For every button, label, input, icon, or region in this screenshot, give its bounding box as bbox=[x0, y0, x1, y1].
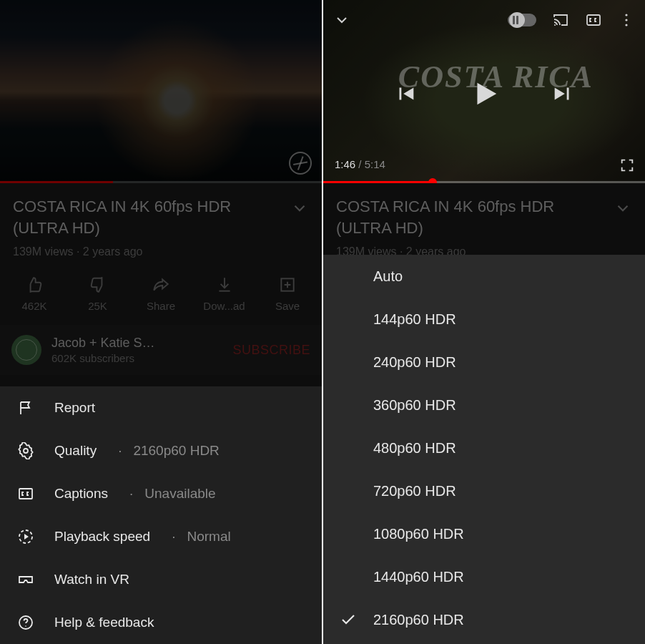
svg-point-11 bbox=[625, 24, 627, 26]
action-bar: 462K 25K Share Dow...ad Save bbox=[0, 265, 322, 325]
quality-option-label: 480p60 HDR bbox=[373, 440, 456, 457]
channel-row[interactable]: Jacob + Katie S… 602K subscribers SUBSCR… bbox=[0, 325, 322, 375]
thumbs-down-icon bbox=[89, 275, 107, 294]
captions-icon bbox=[17, 485, 34, 502]
player-top-bar bbox=[323, 0, 645, 40]
video-player-left[interactable] bbox=[0, 0, 322, 183]
svg-point-10 bbox=[625, 19, 627, 21]
svg-marker-12 bbox=[477, 83, 496, 105]
menu-label: Quality bbox=[54, 443, 97, 459]
channel-avatar[interactable] bbox=[11, 335, 41, 365]
expand-description-icon[interactable] bbox=[290, 199, 309, 218]
svg-marker-4 bbox=[24, 534, 29, 540]
player-center-controls bbox=[323, 77, 645, 110]
quality-option[interactable]: 720p60 HDR bbox=[323, 469, 645, 512]
time-display: 1:46 / 5:14 bbox=[335, 158, 385, 170]
save-icon bbox=[278, 275, 297, 294]
menu-item-captions[interactable]: Captions · Unavailable bbox=[0, 472, 322, 515]
dislike-count: 25K bbox=[88, 300, 107, 312]
video-player-right[interactable]: COSTA RICA 1:46 / 5:14 bbox=[323, 0, 645, 183]
flag-icon bbox=[17, 399, 34, 416]
more-vertical-icon[interactable] bbox=[618, 11, 635, 29]
svg-point-9 bbox=[625, 14, 627, 16]
channel-subscribers: 602K subscribers bbox=[51, 352, 222, 364]
menu-item-playback-speed[interactable]: Playback speed · Normal bbox=[0, 515, 322, 558]
menu-item-quality[interactable]: Quality · 2160p60 HDR bbox=[0, 429, 322, 472]
quality-option[interactable]: 144p60 HDR bbox=[323, 298, 645, 341]
dislike-button[interactable]: 25K bbox=[72, 275, 124, 312]
quality-bottom-sheet: Auto144p60 HDR240p60 HDR360p60 HDR480p60… bbox=[323, 255, 645, 644]
autoplay-toggle[interactable] bbox=[508, 14, 536, 26]
gear-icon bbox=[17, 442, 34, 459]
current-time: 1:46 bbox=[335, 158, 355, 170]
play-button-icon[interactable] bbox=[468, 77, 501, 110]
channel-name[interactable]: Jacob + Katie S… bbox=[51, 336, 222, 351]
progress-bar[interactable] bbox=[0, 181, 322, 183]
svg-point-1 bbox=[24, 449, 28, 453]
quality-option[interactable]: 360p60 HDR bbox=[323, 384, 645, 426]
channel-watermark-icon[interactable] bbox=[289, 152, 312, 175]
video-thumbnail bbox=[0, 0, 322, 183]
settings-bottom-sheet: Report Quality · 2160p60 HDR Captions · … bbox=[0, 386, 322, 644]
checkmark-slot bbox=[323, 611, 373, 628]
menu-label: Watch in VR bbox=[54, 572, 129, 587]
svg-rect-2 bbox=[19, 489, 32, 499]
quality-option[interactable]: Auto bbox=[323, 255, 645, 298]
quality-option-label: 240p60 HDR bbox=[373, 354, 456, 371]
quality-option[interactable]: 480p60 HDR bbox=[323, 426, 645, 469]
vr-headset-icon bbox=[17, 571, 34, 588]
video-views-age: 139M views · 2 years ago bbox=[13, 245, 309, 258]
quality-option-label: 720p60 HDR bbox=[373, 483, 456, 499]
duration: 5:14 bbox=[365, 158, 385, 170]
quality-option-label: 144p60 HDR bbox=[373, 311, 456, 328]
menu-label: Report bbox=[54, 400, 95, 416]
quality-option[interactable]: 1080p60 HDR bbox=[323, 512, 645, 555]
quality-option-label: 1440p60 HDR bbox=[373, 569, 464, 585]
previous-track-icon[interactable] bbox=[393, 82, 418, 106]
playback-speed-icon bbox=[17, 528, 34, 545]
quality-option-label: Auto bbox=[373, 268, 403, 285]
share-button[interactable]: Share bbox=[135, 275, 187, 312]
menu-label: Playback speed bbox=[54, 529, 150, 545]
quality-option[interactable]: 1440p60 HDR bbox=[323, 555, 645, 598]
captions-toggle-icon[interactable] bbox=[585, 11, 602, 29]
menu-label: Help & feedback bbox=[54, 615, 154, 630]
menu-value: Normal bbox=[187, 529, 230, 545]
svg-rect-8 bbox=[587, 15, 600, 25]
video-title[interactable]: COSTA RICA IN 4K 60fps HDR (ULTRA HD) bbox=[13, 196, 283, 238]
download-button[interactable]: Dow...ad bbox=[199, 275, 250, 312]
cast-icon[interactable] bbox=[552, 11, 569, 29]
svg-point-7 bbox=[554, 24, 556, 26]
quality-option-label: 2160p60 HDR bbox=[373, 612, 464, 628]
quality-option[interactable]: 240p60 HDR bbox=[323, 341, 645, 384]
menu-item-help-feedback[interactable]: Help & feedback bbox=[0, 601, 322, 644]
download-icon bbox=[215, 275, 234, 294]
fullscreen-icon[interactable] bbox=[619, 157, 635, 173]
save-label: Save bbox=[275, 300, 300, 312]
svg-point-6 bbox=[25, 625, 26, 627]
share-label: Share bbox=[147, 300, 175, 312]
share-icon bbox=[152, 275, 170, 294]
thumbs-up-icon bbox=[25, 275, 44, 294]
collapse-player-icon[interactable] bbox=[333, 11, 350, 29]
menu-item-report[interactable]: Report bbox=[0, 386, 322, 429]
menu-value: Unavailable bbox=[144, 486, 215, 502]
like-count: 462K bbox=[21, 300, 46, 312]
quality-option[interactable]: 2160p60 HDR bbox=[323, 598, 645, 641]
right-screenshot: COSTA RICA 1:46 / 5:14 bbox=[323, 0, 645, 644]
quality-option-label: 360p60 HDR bbox=[373, 397, 456, 414]
save-button[interactable]: Save bbox=[262, 275, 313, 312]
checkmark-icon bbox=[340, 611, 357, 628]
like-button[interactable]: 462K bbox=[9, 275, 60, 312]
help-icon bbox=[17, 614, 34, 631]
next-track-icon[interactable] bbox=[551, 82, 575, 106]
quality-option-label: 1080p60 HDR bbox=[373, 526, 464, 542]
video-metadata: COSTA RICA IN 4K 60fps HDR (ULTRA HD) 13… bbox=[0, 183, 322, 265]
subscribe-button[interactable]: SUBSCRIBE bbox=[232, 343, 310, 358]
download-label: Dow...ad bbox=[203, 300, 245, 312]
menu-item-watch-in-vr[interactable]: Watch in VR bbox=[0, 558, 322, 601]
menu-label: Captions bbox=[54, 486, 108, 502]
menu-value: 2160p60 HDR bbox=[133, 443, 219, 459]
left-screenshot: COSTA RICA IN 4K 60fps HDR (ULTRA HD) 13… bbox=[0, 0, 322, 644]
